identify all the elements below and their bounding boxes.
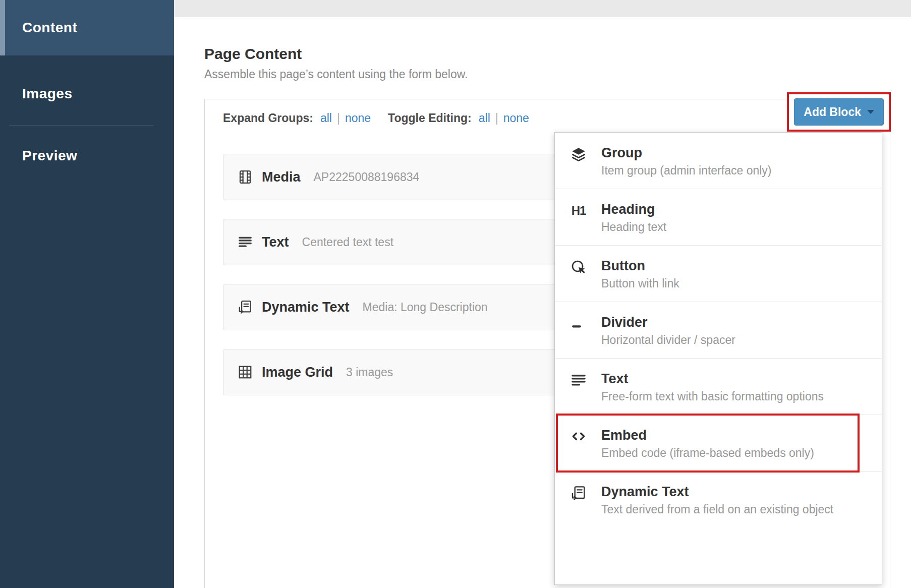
add-block-button[interactable]: Add Block: [794, 98, 884, 126]
text-lines-icon: [238, 234, 253, 250]
menu-item-title: Group: [601, 145, 868, 161]
menu-item-embed[interactable]: Embed Embed code (iframe-based embeds on…: [555, 415, 882, 471]
layers-icon: [570, 146, 587, 163]
menu-item-text[interactable]: Text Free-form text with basic formattin…: [555, 358, 882, 415]
menu-item-title: Dynamic Text: [601, 484, 868, 500]
sidebar-item-label: Images: [22, 86, 73, 102]
film-strip-icon: [238, 169, 253, 185]
menu-item-group[interactable]: Group Item group (admin interface only): [555, 133, 882, 189]
menu-item-title: Embed: [601, 427, 868, 443]
block-summary: Media: Long Description: [363, 301, 488, 314]
block-type-label: Media: [262, 169, 301, 185]
block-type-label: Text: [262, 234, 289, 250]
text-lines-icon: [570, 372, 587, 389]
menu-item-description: Text derived from a field on an existing…: [601, 502, 868, 516]
grid-icon: [238, 365, 253, 380]
separator: |: [495, 111, 498, 125]
toggle-all-link[interactable]: all: [479, 111, 490, 125]
block-summary: 3 images: [346, 366, 393, 379]
menu-item-description: Free-form text with basic formatting opt…: [601, 389, 868, 403]
app-window: Content Images Preview Page Content Asse…: [0, 0, 911, 588]
menu-item-heading[interactable]: H1 Heading Heading text: [555, 189, 882, 245]
button-cursor-icon: [570, 259, 587, 276]
menu-item-button[interactable]: Button Button with link: [555, 245, 882, 302]
sidebar: Content Images Preview: [0, 0, 174, 588]
dynamic-text-icon: [238, 300, 253, 315]
code-brackets-icon: [570, 428, 587, 445]
divider-line-icon: [570, 315, 587, 332]
toggle-none-link[interactable]: none: [503, 111, 529, 125]
menu-item-description: Heading text: [601, 220, 868, 234]
expand-groups-label: Expand Groups:: [223, 111, 313, 125]
menu-item-divider[interactable]: Divider Horizontal divider / spacer: [555, 302, 882, 358]
sidebar-item-content[interactable]: Content: [0, 0, 174, 55]
expand-none-link[interactable]: none: [345, 111, 371, 125]
menu-item-dynamic-text[interactable]: Dynamic Text Text derived from a field o…: [555, 471, 882, 527]
separator: |: [337, 111, 340, 125]
menu-item-title: Heading: [601, 201, 868, 217]
block-summary: Centered text test: [302, 236, 394, 249]
menu-item-description: Embed code (iframe-based embeds only): [601, 446, 868, 460]
add-block-button-label: Add Block: [804, 105, 861, 119]
block-type-label: Image Grid: [262, 365, 333, 380]
sidebar-item-label: Content: [22, 20, 77, 36]
dynamic-text-icon: [570, 485, 587, 502]
page-subtitle: Assemble this page’s content using the f…: [204, 68, 468, 81]
expand-all-link[interactable]: all: [320, 111, 332, 125]
panel-toolbar: Expand Groups: all | none Toggle Editing…: [205, 99, 890, 125]
sidebar-item-images[interactable]: Images: [0, 78, 174, 110]
add-block-highlight-box: Add Block: [787, 92, 891, 132]
h1-icon: H1: [570, 202, 587, 219]
menu-item-description: Button with link: [601, 276, 868, 290]
sidebar-divider: [9, 125, 154, 126]
menu-item-description: Horizontal divider / spacer: [601, 333, 868, 347]
menu-item-description: Item group (admin interface only): [601, 163, 868, 178]
add-block-dropdown-menu: Group Item group (admin interface only) …: [554, 132, 882, 585]
toggle-editing-label: Toggle Editing:: [388, 111, 472, 125]
sidebar-item-preview[interactable]: Preview: [0, 140, 174, 172]
page-title: Page Content: [204, 45, 302, 63]
menu-item-title: Button: [601, 258, 868, 274]
sidebar-item-label: Preview: [22, 148, 77, 164]
menu-item-title: Text: [601, 371, 868, 387]
top-strip: [174, 0, 911, 17]
block-summary: AP22250088196834: [314, 170, 420, 184]
caret-down-icon: [867, 110, 874, 114]
block-type-label: Dynamic Text: [262, 300, 350, 315]
menu-item-title: Divider: [601, 314, 868, 330]
